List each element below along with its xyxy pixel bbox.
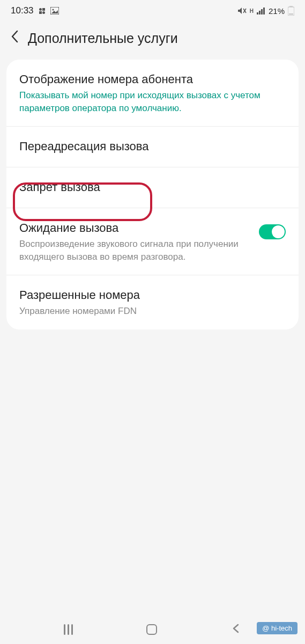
battery-icon bbox=[288, 6, 294, 16]
signal-icon bbox=[257, 7, 265, 14]
svg-rect-4 bbox=[257, 12, 258, 14]
data-icon: H bbox=[250, 8, 254, 14]
settings-list: Отображение номера абонента Показывать м… bbox=[6, 60, 299, 330]
call-waiting-item[interactable]: Ожидание вызова Воспроизведение звуковог… bbox=[6, 208, 299, 275]
image-icon bbox=[50, 7, 59, 14]
call-waiting-title: Ожидание вызова bbox=[19, 220, 250, 237]
svg-rect-7 bbox=[263, 8, 265, 14]
apps-icon bbox=[39, 8, 45, 14]
status-right: H 21% bbox=[237, 6, 294, 16]
status-left: 10:33 bbox=[11, 5, 59, 16]
caller-id-item[interactable]: Отображение номера абонента Показывать м… bbox=[6, 60, 299, 127]
svg-rect-5 bbox=[259, 11, 261, 14]
nav-recent-button[interactable] bbox=[64, 624, 73, 635]
header: Дополнительные услуги bbox=[0, 20, 305, 60]
status-time: 10:33 bbox=[11, 5, 34, 16]
watermark-text: @ hi-tech bbox=[262, 624, 292, 632]
page-title: Дополнительные услуги bbox=[28, 31, 178, 46]
call-forwarding-title: Переадресация вызова bbox=[19, 138, 286, 155]
svg-point-1 bbox=[52, 9, 54, 11]
call-barring-item[interactable]: Запрет вызова bbox=[6, 167, 299, 208]
mute-vibrate-icon bbox=[237, 6, 247, 15]
call-barring-title: Запрет вызова bbox=[19, 179, 286, 196]
call-forwarding-item[interactable]: Переадресация вызова bbox=[6, 127, 299, 167]
svg-rect-6 bbox=[261, 9, 263, 14]
battery-percent: 21% bbox=[269, 6, 285, 16]
call-waiting-subtitle: Воспроизведение звукового сигнала при по… bbox=[19, 238, 250, 264]
call-waiting-toggle[interactable] bbox=[259, 224, 286, 239]
nav-back-button[interactable] bbox=[230, 623, 241, 636]
allowed-numbers-title: Разрешенные номера bbox=[19, 287, 286, 304]
svg-rect-10 bbox=[289, 13, 293, 15]
allowed-numbers-subtitle: Управление номерами FDN bbox=[19, 305, 286, 318]
nav-home-button[interactable] bbox=[146, 624, 157, 635]
caller-id-title: Отображение номера абонента bbox=[19, 71, 286, 88]
caller-id-subtitle: Показывать мой номер при исходящих вызов… bbox=[19, 89, 286, 115]
watermark: @ hi-tech bbox=[257, 622, 297, 634]
status-bar: 10:33 H 21% bbox=[0, 0, 305, 20]
back-icon[interactable] bbox=[11, 30, 18, 47]
allowed-numbers-item[interactable]: Разрешенные номера Управление номерами F… bbox=[6, 275, 299, 330]
